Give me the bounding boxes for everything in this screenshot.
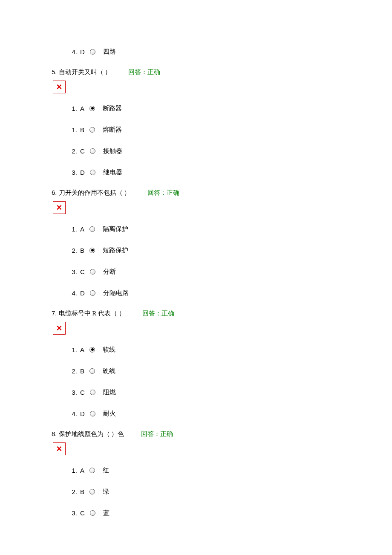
option-number: 2. [70,488,77,495]
option-text: 绿 [103,488,109,496]
option-text: 隔离保护 [103,225,128,233]
option-text: 继电器 [103,168,122,176]
option-text: 熔断器 [103,126,122,134]
option-text: 分断 [103,268,116,276]
option-row: 2.B硬线 [70,366,392,376]
option-row: 2.B短路保护 [70,246,392,255]
radio-icon[interactable] [90,148,95,154]
radio-icon[interactable] [89,127,95,133]
option-row: 3.D继电器 [70,168,392,177]
radio-icon[interactable] [90,290,95,296]
close-icon[interactable]: × [53,81,66,93]
option-row: 4.D分隔电路 [70,288,392,298]
close-icon[interactable]: × [53,201,66,214]
option-letter: C [80,147,85,155]
question-row: 7.电缆标号中 R 代表（ ）回答：正确 [52,309,392,318]
option-letter: D [80,169,85,176]
option-number: 4. [70,48,77,55]
question-row: 5.自动开关又叫（ ）回答：正确 [52,68,392,76]
option-letter: B [80,247,84,254]
option-letter: A [80,225,84,233]
question-number: 5. [52,68,57,75]
option-row: 4. D 四路 [70,47,392,56]
answer-feedback: 回答：正确 [128,68,160,76]
option-number: 1. [70,467,77,474]
option-letter: A [80,467,84,474]
option-row: 4.D耐火 [70,409,392,418]
question-row: 8.保护地线颜色为（ ）色回答：正确 [52,430,392,438]
option-number: 1. [70,346,77,353]
option-number: 1. [70,105,77,112]
option-text: 阻燃 [103,388,116,396]
option-row: 3.C蓝 [70,508,392,517]
option-letter: C [80,268,85,275]
option-text: 蓝 [103,509,110,517]
option-text: 断路器 [103,104,122,113]
option-row: 1.A断路器 [70,104,392,113]
option-text: 短路保护 [103,246,128,254]
question-text: 保护地线颜色为（ ）色 [59,430,124,438]
radio-icon[interactable] [89,226,95,232]
close-icon[interactable]: × [53,322,66,335]
radio-icon[interactable] [90,49,95,55]
page-content: 4. D 四路 5.自动开关又叫（ ）回答：正确×1.A断路器1.B熔断器2.C… [0,0,392,555]
question-text: 电缆标号中 R 代表（ ） [59,309,125,318]
answer-feedback: 回答：正确 [147,189,179,197]
option-letter: D [80,289,85,297]
option-number: 2. [70,147,77,155]
option-text: 硬线 [103,367,115,375]
options-block: 1.A断路器1.B熔断器2.C接触器3.D继电器 [0,104,392,177]
option-letter: D [80,48,85,55]
radio-icon[interactable] [90,510,95,516]
option-number: 3. [70,509,77,517]
option-number: 3. [70,169,77,176]
close-icon[interactable]: × [53,442,66,455]
option-number: 3. [70,389,77,396]
option-number: 1. [70,126,77,133]
radio-icon[interactable] [90,269,95,275]
option-row: 1.A红 [70,465,392,475]
radio-icon[interactable] [89,489,95,494]
option-letter: C [80,509,85,517]
option-row: 3.C阻燃 [70,387,392,397]
option-row: 1.A软线 [70,345,392,354]
option-text: 软线 [103,346,115,354]
option-text: 接触器 [103,147,122,155]
options-block: 1.A隔离保护2.B短路保护3.C分断4.D分隔电路 [0,224,392,298]
radio-icon[interactable] [89,106,95,111]
radio-icon[interactable] [89,468,95,473]
radio-icon[interactable] [90,411,95,416]
radio-icon[interactable] [89,347,95,353]
answer-feedback: 回答：正确 [142,309,174,318]
option-letter: C [80,389,85,396]
option-letter: A [80,105,84,112]
question-number: 6. [52,189,57,196]
option-letter: A [80,346,84,353]
radio-icon[interactable] [90,390,95,395]
option-number: 1. [70,225,77,233]
options-block: 1.A红2.B绿3.C蓝 [0,465,392,517]
question-text: 自动开关又叫（ ） [59,68,112,76]
question-row: 6.刀开关的作用不包括（ ）回答：正确 [52,189,392,197]
radio-icon[interactable] [89,368,95,374]
option-number: 4. [70,289,77,297]
option-number: 4. [70,410,77,417]
option-number: 2. [70,247,77,254]
option-number: 2. [70,367,77,375]
option-text: 耐火 [103,410,116,418]
option-letter: B [80,367,84,375]
radio-icon[interactable] [90,170,95,175]
option-row: 1.A隔离保护 [70,224,392,234]
option-letter: B [80,488,84,495]
option-number: 3. [70,268,77,275]
option-text: 分隔电路 [103,289,129,297]
question-number: 8. [52,430,57,437]
options-block: 1.A软线2.B硬线3.C阻燃4.D耐火 [0,345,392,418]
option-row: 3.C分断 [70,267,392,276]
radio-icon[interactable] [89,248,95,253]
answer-feedback: 回答：正确 [141,430,173,438]
option-row: 2.B绿 [70,487,392,496]
question-text: 刀开关的作用不包括（ ） [59,189,131,197]
option-row: 2.C接触器 [70,146,392,156]
option-text: 红 [103,466,109,474]
